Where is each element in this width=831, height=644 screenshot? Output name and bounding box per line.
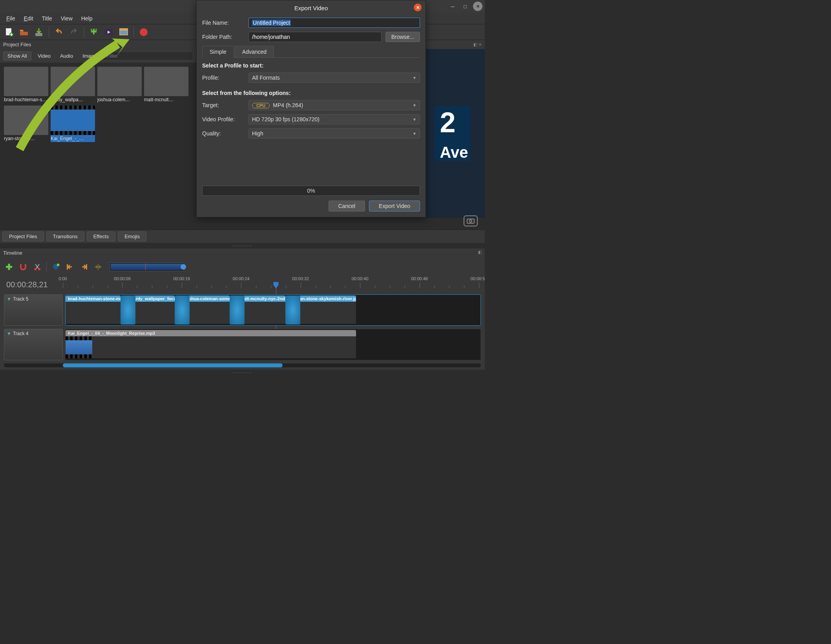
splitter-grip[interactable]: ══════	[0, 370, 485, 375]
video-profile-select[interactable]: HD 720p 30 fps (1280x720)▼	[248, 114, 420, 124]
video-clip[interactable]: brad-huchteman-stone-mountain.jpg	[66, 296, 121, 325]
redo-icon[interactable]	[69, 27, 79, 37]
undo-icon[interactable]	[54, 27, 64, 37]
file-thumbnail[interactable]: hardy_wallpa…	[51, 67, 95, 103]
window-close-button[interactable]	[473, 2, 482, 11]
transition-clip[interactable]	[230, 296, 245, 325]
video-clip[interactable]: ryan-stone-skykomish-river.jpg	[293, 296, 356, 325]
target-label: Target:	[202, 102, 248, 108]
quality-select[interactable]: High▼	[248, 128, 420, 139]
track-header[interactable]: ▼Track 4	[4, 329, 63, 360]
track-body[interactable]: Kai_Engel_-_04_-_Moonlight_Reprise.mp3	[65, 329, 481, 360]
time-ruler[interactable]: 0:0000:00:0800:00:1600:00:2400:00:3200:0…	[63, 276, 481, 294]
menu-help[interactable]: Help	[78, 14, 96, 23]
file-thumbnail[interactable]: Kai_Engel_-_…	[51, 106, 95, 142]
section-profile-title: Select a Profile to start:	[202, 62, 420, 69]
dialog-close-button[interactable]: ✕	[414, 4, 422, 11]
center-playhead-icon[interactable]	[93, 262, 103, 272]
video-clip[interactable]: joshua-coleman-something-yellow.jpg	[183, 296, 230, 325]
choose-profile-icon[interactable]	[104, 27, 114, 37]
panel-close-icon[interactable]: ◧	[478, 250, 482, 254]
window-minimize-button[interactable]	[448, 2, 457, 11]
folder-path-input[interactable]: /home/jonathan	[248, 32, 382, 42]
show-all-button[interactable]: Show All	[3, 51, 31, 60]
profile-select[interactable]: All Formats▼	[248, 73, 420, 83]
svg-point-8	[469, 220, 472, 223]
project-files-label: Project Files	[3, 42, 31, 47]
menu-edit[interactable]: Edit	[21, 14, 37, 23]
progress-bar: 0%	[202, 186, 420, 196]
file-name-label: File Name:	[202, 20, 248, 26]
export-video-icon[interactable]	[139, 27, 149, 37]
audio-clip[interactable]: Kai_Engel_-_04_-_Moonlight_Reprise.mp3	[66, 330, 356, 359]
ruler-tick-label: 0:00	[58, 276, 67, 281]
svg-point-9	[34, 268, 37, 270]
ruler-tick-label: 00:00:40	[352, 276, 369, 281]
browse-button[interactable]: Browse...	[385, 32, 420, 42]
filter-input[interactable]	[103, 51, 193, 60]
filter-image[interactable]: Image	[79, 52, 100, 60]
preview-sign-line1: 2	[440, 107, 456, 138]
menu-file[interactable]: File	[3, 14, 18, 23]
file-thumbnail[interactable]: joshua-colem…	[97, 67, 142, 103]
new-project-icon[interactable]	[4, 27, 14, 37]
tracks-area: ▼Track 5brad-huchteman-stone-mountain.jp…	[4, 294, 481, 360]
timeline-scrollbar[interactable]	[4, 363, 481, 367]
window-maximize-button[interactable]	[460, 2, 470, 11]
snapshot-button[interactable]	[464, 215, 478, 226]
toolbar-separator	[46, 262, 47, 272]
previous-marker-icon[interactable]	[65, 262, 75, 272]
file-thumbnail[interactable]: ryan-stone-s…	[4, 106, 48, 142]
folder-path-label: Folder Path:	[202, 34, 248, 40]
toolbar-separator	[84, 27, 84, 37]
transition-clip[interactable]	[175, 296, 190, 325]
dialog-titlebar[interactable]: Export Video ✕	[197, 0, 426, 15]
ruler-tick-label: 00:00:56	[471, 276, 485, 281]
next-marker-icon[interactable]	[79, 262, 89, 272]
fullscreen-icon[interactable]	[119, 27, 129, 37]
tab-advanced[interactable]: Advanced	[235, 46, 274, 57]
project-files-panel: Show All Video Audio Image brad-huchtema…	[0, 49, 196, 230]
panel-undock-icon[interactable]: ◧	[473, 42, 477, 47]
razor-icon[interactable]	[32, 262, 42, 272]
video-clip[interactable]: matt-mcnulty-nyc-2nd-ave.jpg	[237, 296, 285, 325]
target-select[interactable]: CPUMP4 (h.264)▼	[248, 100, 420, 110]
menu-view[interactable]: View	[58, 14, 76, 23]
ruler-tick-label: 00:00:24	[233, 276, 250, 281]
export-video-dialog: Export Video ✕ File Name: Untitled Proje…	[196, 0, 426, 217]
save-project-icon[interactable]	[34, 27, 44, 37]
file-thumbnail[interactable]: brad-huchteman-s…	[4, 67, 48, 103]
tab-effects[interactable]: Effects	[87, 232, 116, 241]
toolbar-separator	[133, 27, 134, 37]
cancel-button[interactable]: Cancel	[329, 201, 365, 212]
add-marker-icon[interactable]	[51, 262, 61, 272]
track-row: ▼Track 4Kai_Engel_-_04_-_Moonlight_Repri…	[4, 329, 481, 360]
add-track-icon[interactable]	[4, 262, 14, 272]
export-button[interactable]: Export Video	[369, 201, 420, 212]
transition-clip[interactable]	[121, 296, 135, 325]
menu-title[interactable]: Title	[39, 14, 55, 23]
panel-close-icon[interactable]: ✕	[479, 42, 482, 47]
ruler-tick-label: 00:00:32	[292, 276, 309, 281]
svg-rect-14	[98, 264, 99, 270]
open-project-icon[interactable]	[19, 27, 29, 37]
track-body[interactable]: brad-huchteman-stone-mountain.jpghardy_w…	[65, 294, 481, 326]
transition-clip[interactable]	[285, 296, 300, 325]
tab-project-files[interactable]: Project Files	[2, 232, 44, 241]
zoom-slider[interactable]	[110, 263, 184, 271]
ruler-tick-label: 00:00:48	[411, 276, 428, 281]
splitter-grip[interactable]: ══════	[0, 243, 485, 248]
track-row: ▼Track 5brad-huchteman-stone-mountain.jp…	[4, 294, 481, 326]
filter-audio[interactable]: Audio	[57, 52, 76, 60]
import-files-icon[interactable]	[89, 27, 99, 37]
tab-emojis[interactable]: Emojis	[118, 232, 146, 241]
panel-tabs: Project Files Transitions Effects Emojis	[0, 230, 485, 243]
track-header[interactable]: ▼Track 5	[4, 294, 63, 326]
file-thumbnail[interactable]: matt-mcnult…	[144, 67, 188, 103]
tab-simple[interactable]: Simple	[202, 46, 234, 58]
filter-video[interactable]: Video	[35, 52, 54, 60]
file-name-input[interactable]: Untitled Project	[252, 20, 291, 26]
snap-icon[interactable]	[18, 262, 28, 272]
quality-label: Quality:	[202, 130, 248, 137]
tab-transitions[interactable]: Transitions	[46, 232, 84, 241]
